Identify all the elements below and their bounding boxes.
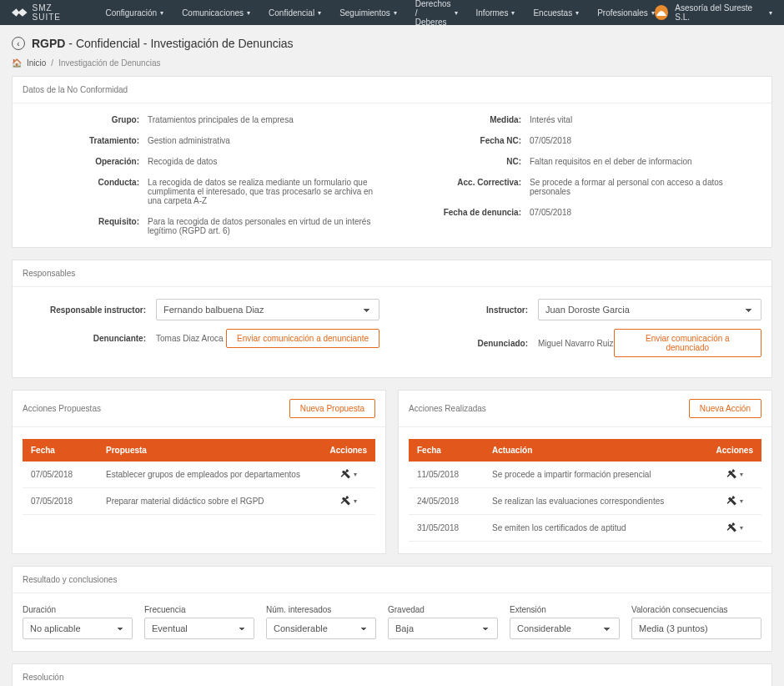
account-menu[interactable]: Asesoría del Sureste S.L. ▾	[655, 3, 772, 22]
table-row: 31/05/2018Se emiten los certificados de …	[409, 515, 761, 542]
field-value: Faltan requisitos en el deber de informa…	[530, 157, 761, 166]
chevron-down-icon: ▾	[354, 471, 357, 478]
row-actions[interactable]: ▾	[340, 468, 357, 481]
duracion-select[interactable]: No aplicable	[23, 618, 133, 639]
panel-header: Acciones Realizadas	[409, 404, 486, 413]
panel-resolucion: Resolución Fecha Resolución: Editor de C…	[12, 663, 772, 686]
cell-texto: Se emiten los certificados de aptitud	[484, 515, 708, 542]
chevron-down-icon: ▾	[511, 9, 515, 17]
field-label: Fecha de denuncia:	[405, 208, 530, 217]
btn-nueva-propuesta[interactable]: Nueva Propuesta	[289, 399, 375, 418]
row-actions[interactable]: ▾	[726, 495, 743, 507]
page-title: RGPD - Confidencial - Investigación de D…	[32, 37, 294, 50]
menu-comunicaciones[interactable]: Comunicaciones▾	[182, 0, 250, 27]
instructor-select[interactable]: Juan Doroste Garcia	[538, 299, 761, 320]
extension-select[interactable]: Considerable	[510, 618, 620, 639]
top-nav: SMZ SUITE Configuración▾ Comunicaciones▾…	[0, 0, 784, 25]
denunciado-label: Denunciado:	[405, 339, 538, 348]
chevron-down-icon: ▾	[740, 471, 743, 478]
denunciado-value: Miguel Navarro Ruiz	[538, 339, 614, 348]
menu-configuracion[interactable]: Configuración▾	[105, 0, 163, 27]
chevron-down-icon: ▾	[740, 524, 743, 532]
tabla-propuestas: Fecha Propuesta Acciones 07/05/2018Estab…	[23, 439, 375, 515]
field-value: Se procede a formar al personal con acce…	[530, 178, 761, 196]
menu-seguimientos[interactable]: Seguimientos▾	[339, 0, 397, 27]
cell-fecha: 07/05/2018	[23, 462, 98, 488]
btn-nueva-accion[interactable]: Nueva Acción	[689, 399, 761, 418]
resp-instructor-label: Responsable instructor:	[23, 305, 156, 315]
tools-icon	[340, 468, 351, 481]
resp-instructor-select[interactable]: Fernando balbuena Diaz	[156, 299, 379, 320]
denunciante-label: Denunciante:	[23, 334, 156, 343]
table-row: 07/05/2018Establecer grupos de empleados…	[23, 462, 375, 488]
chevron-down-icon: ▾	[769, 9, 772, 17]
chevron-down-icon: ▾	[354, 497, 357, 505]
extension-label: Extensión	[510, 605, 620, 614]
interesados-label: Núm. interesados	[266, 605, 376, 614]
brand-text: SMZ SUITE	[33, 3, 81, 22]
cell-texto: Establecer grupos de empleados por depar…	[98, 462, 322, 488]
field-label: Conducta:	[23, 178, 148, 205]
duracion-label: Duración	[23, 605, 133, 614]
main-menu: Configuración▾ Comunicaciones▾ Confidenc…	[105, 0, 654, 27]
back-icon[interactable]: ‹	[12, 37, 25, 50]
field-value: Tratamientos principales de la empresa	[148, 115, 379, 124]
tools-icon	[340, 495, 351, 507]
crumb-home[interactable]: Inicio	[27, 58, 46, 68]
cell-fecha: 07/05/2018	[23, 488, 98, 515]
chevron-down-icon: ▾	[318, 9, 321, 17]
menu-derechos[interactable]: Derechos / Deberes▾	[415, 0, 458, 27]
field-label: Medida:	[405, 115, 530, 124]
cell-texto: Se procede a impartir formación presenci…	[484, 462, 708, 488]
home-icon: 🏠	[12, 58, 22, 68]
table-row: 11/05/2018Se procede a impartir formació…	[409, 462, 761, 488]
menu-informes[interactable]: Informes▾	[476, 0, 515, 27]
field-value: Interés vital	[530, 115, 761, 124]
panel-datos-nc: Datos de la No Conformidad Grupo:Tratami…	[12, 76, 772, 248]
chevron-down-icon: ▾	[247, 9, 250, 17]
cell-fecha: 24/05/2018	[409, 488, 484, 515]
panel-realizadas: Acciones Realizadas Nueva Acción Fecha A…	[398, 390, 772, 554]
account-badge-icon	[655, 5, 669, 20]
field-value: La recogida de datos se realiza mediante…	[148, 178, 379, 205]
field-value: Para la recogida de datos personales en …	[148, 217, 379, 235]
interesados-select[interactable]: Considerable	[266, 618, 376, 639]
btn-comunicar-denunciante[interactable]: Enviar comunicación a denunciante	[226, 329, 379, 348]
field-value: 07/05/2018	[530, 136, 761, 145]
frecuencia-select[interactable]: Eventual	[144, 618, 254, 639]
field-label: Fecha NC:	[405, 136, 530, 145]
field-label: Acc. Correctiva:	[405, 178, 530, 196]
valoracion-input[interactable]	[631, 618, 761, 639]
breadcrumb: 🏠 Inicio / Investigación de Denuncias	[12, 58, 772, 68]
denunciante-value: Tomas Diaz Aroca	[156, 334, 224, 343]
btn-comunicar-denunciado[interactable]: Enviar comunicación a denunciado	[614, 329, 761, 357]
tabla-realizadas: Fecha Actuación Acciones 11/05/2018Se pr…	[409, 439, 761, 542]
field-label: Operación:	[23, 157, 148, 166]
panel-responsables: Responsables Responsable instructor: Fer…	[12, 260, 772, 378]
gravedad-select[interactable]: Baja	[388, 618, 498, 639]
panel-header: Resultado y conclusiones	[13, 567, 771, 593]
menu-profesionales[interactable]: Profesionales▾	[597, 0, 655, 27]
brand-logo[interactable]: SMZ SUITE	[12, 3, 80, 22]
field-label: Grupo:	[23, 115, 148, 124]
menu-encuestas[interactable]: Encuestas▾	[533, 0, 579, 27]
row-actions[interactable]: ▾	[726, 468, 743, 481]
panel-resultado: Resultado y conclusiones DuraciónNo apli…	[12, 566, 772, 652]
cell-texto: Preparar material didáctico sobre el RGP…	[98, 488, 322, 515]
page-title-row: ‹ RGPD - Confidencial - Investigación de…	[12, 37, 772, 50]
panel-propuestas: Acciones Propuestas Nueva Propuesta Fech…	[12, 390, 386, 554]
frecuencia-label: Frecuencia	[144, 605, 254, 614]
panel-header: Responsables	[13, 260, 771, 287]
tools-icon	[726, 468, 737, 481]
row-actions[interactable]: ▾	[726, 522, 743, 534]
panel-header: Acciones Propuestas	[23, 404, 101, 413]
chevron-down-icon: ▾	[455, 9, 458, 17]
row-actions[interactable]: ▾	[340, 495, 357, 507]
instructor-label: Instructor:	[405, 305, 538, 315]
field-label: Tratamiento:	[23, 136, 148, 145]
field-value: 07/05/2018	[530, 208, 761, 217]
chevron-down-icon: ▾	[394, 9, 397, 17]
cell-texto: Se realizan las evaluaciones correspondi…	[484, 488, 708, 515]
menu-confidencial[interactable]: Confidencial▾	[269, 0, 321, 27]
table-row: 24/05/2018Se realizan las evaluaciones c…	[409, 488, 761, 515]
